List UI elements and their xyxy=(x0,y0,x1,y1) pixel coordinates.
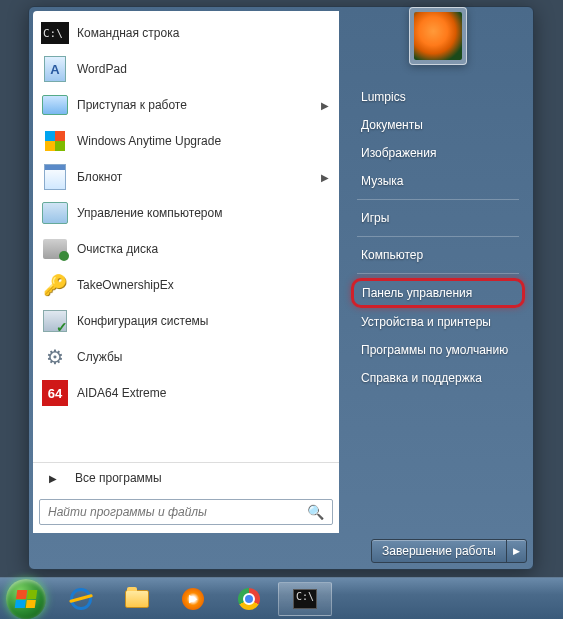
program-label: Приступая к работе xyxy=(77,98,187,112)
shutdown-options-arrow[interactable]: ▶ xyxy=(506,540,526,562)
all-programs-label: Все программы xyxy=(75,471,162,485)
command-prompt-icon: C:\ xyxy=(293,589,317,609)
file-explorer-icon xyxy=(125,590,149,608)
program-label: Управление компьютером xyxy=(77,206,222,220)
cmd-icon: C:\ xyxy=(41,19,69,47)
programs-panel: C:\Командная строкаWordPadПриступая к ра… xyxy=(33,11,339,533)
places-item[interactable]: Панель управления xyxy=(351,278,525,308)
arrow-right-icon: ▶ xyxy=(39,473,67,484)
shutdown-label[interactable]: Завершение работы xyxy=(372,540,506,562)
notepad-icon xyxy=(41,163,69,191)
separator xyxy=(357,236,519,237)
taskbar-item-media-player[interactable]: ▶ xyxy=(166,582,220,616)
taskbar-item-command-prompt[interactable]: C:\ xyxy=(278,582,332,616)
taskbar: ▶C:\ xyxy=(0,577,563,619)
places-item[interactable]: Компьютер xyxy=(351,241,525,269)
places-panel: LumpicsДокументыИзображенияМузыкаИгрыКом… xyxy=(339,7,533,537)
program-label: Блокнот xyxy=(77,170,122,184)
program-item-services[interactable]: ⚙Службы xyxy=(35,339,337,375)
places-item[interactable]: Устройства и принтеры xyxy=(351,308,525,336)
program-label: Windows Anytime Upgrade xyxy=(77,134,221,148)
places-item[interactable]: Справка и поддержка xyxy=(351,364,525,392)
places-item[interactable]: Документы xyxy=(351,111,525,139)
user-avatar[interactable] xyxy=(409,7,467,65)
program-label: Конфигурация системы xyxy=(77,314,208,328)
taskbar-item-chrome[interactable] xyxy=(222,582,276,616)
wordpad-icon xyxy=(41,55,69,83)
program-label: Очистка диска xyxy=(77,242,158,256)
program-item-aida[interactable]: 64AIDA64 Extreme xyxy=(35,375,337,411)
internet-explorer-icon xyxy=(70,588,92,610)
disk-icon xyxy=(41,235,69,263)
program-label: WordPad xyxy=(77,62,127,76)
places-item[interactable]: Музыка xyxy=(351,167,525,195)
program-item-msconfig[interactable]: Конфигурация системы xyxy=(35,303,337,339)
msconfig-icon xyxy=(41,307,69,335)
program-item-getting[interactable]: Приступая к работе▶ xyxy=(35,87,337,123)
taskbar-item-internet-explorer[interactable] xyxy=(54,582,108,616)
all-programs[interactable]: ▶ Все программы xyxy=(33,462,339,493)
search-icon[interactable]: 🔍 xyxy=(303,504,328,520)
places-item[interactable]: Игры xyxy=(351,204,525,232)
program-item-own[interactable]: 🔑TakeOwnershipEx xyxy=(35,267,337,303)
program-item-wordpad[interactable]: WordPad xyxy=(35,51,337,87)
program-item-notepad[interactable]: Блокнот▶ xyxy=(35,159,337,195)
shutdown-button[interactable]: Завершение работы ▶ xyxy=(371,539,527,563)
separator xyxy=(357,273,519,274)
program-label: AIDA64 Extreme xyxy=(77,386,166,400)
start-button[interactable] xyxy=(6,579,46,619)
anytime-icon xyxy=(41,127,69,155)
search-box[interactable]: 🔍 xyxy=(39,499,333,525)
search-input[interactable] xyxy=(44,505,303,519)
program-item-cmd[interactable]: C:\Командная строка xyxy=(35,15,337,51)
places-item[interactable]: Lumpics xyxy=(351,83,525,111)
taskbar-item-file-explorer[interactable] xyxy=(110,582,164,616)
separator xyxy=(357,199,519,200)
submenu-arrow-icon: ▶ xyxy=(321,172,329,183)
aida-icon: 64 xyxy=(41,379,69,407)
program-item-anytime[interactable]: Windows Anytime Upgrade xyxy=(35,123,337,159)
program-item-mgmt[interactable]: Управление компьютером xyxy=(35,195,337,231)
windows-logo-icon xyxy=(15,590,38,608)
program-label: Службы xyxy=(77,350,122,364)
getting-icon xyxy=(41,91,69,119)
start-menu: C:\Командная строкаWordPadПриступая к ра… xyxy=(28,6,534,570)
mgmt-icon xyxy=(41,199,69,227)
program-label: TakeOwnershipEx xyxy=(77,278,174,292)
program-item-disk[interactable]: Очистка диска xyxy=(35,231,337,267)
services-icon: ⚙ xyxy=(41,343,69,371)
places-item[interactable]: Изображения xyxy=(351,139,525,167)
chrome-icon xyxy=(238,588,260,610)
program-label: Командная строка xyxy=(77,26,179,40)
media-player-icon: ▶ xyxy=(182,588,204,610)
places-item[interactable]: Программы по умолчанию xyxy=(351,336,525,364)
submenu-arrow-icon: ▶ xyxy=(321,100,329,111)
own-icon: 🔑 xyxy=(41,271,69,299)
